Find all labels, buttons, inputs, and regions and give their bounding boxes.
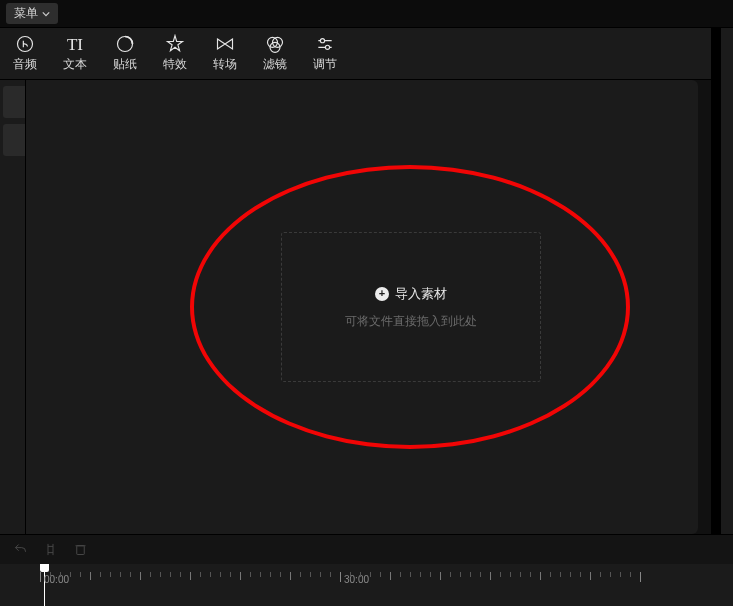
adjust-icon [315, 34, 335, 54]
svg-point-6 [325, 45, 329, 49]
transition-tab[interactable]: 转场 [200, 29, 250, 79]
text-icon: TI [65, 34, 85, 54]
media-type-toolbar: 音频 TI 文本 贴纸 特效 转场 滤镜 [0, 28, 733, 80]
menu-dropdown[interactable]: 菜单 [6, 3, 58, 24]
filter-tab[interactable]: 滤镜 [250, 29, 300, 79]
text-label: 文本 [63, 56, 87, 73]
undo-button[interactable] [12, 542, 28, 558]
player-panel-strip: 播 00: [711, 28, 733, 534]
topbar: 菜单 [0, 0, 733, 28]
import-main-row: + 导入素材 [375, 285, 447, 303]
effect-icon [165, 34, 185, 54]
audio-label: 音频 [13, 56, 37, 73]
adjust-label: 调节 [313, 56, 337, 73]
transition-label: 转场 [213, 56, 237, 73]
effect-tab[interactable]: 特效 [150, 29, 200, 79]
effect-label: 特效 [163, 56, 187, 73]
filter-label: 滤镜 [263, 56, 287, 73]
plus-icon: + [375, 287, 389, 301]
adjust-tab[interactable]: 调节 [300, 29, 350, 79]
sidebar-slot-1[interactable] [3, 86, 25, 118]
sticker-tab[interactable]: 贴纸 [100, 29, 150, 79]
media-panel: + 导入素材 可将文件直接拖入到此处 [26, 80, 698, 534]
audio-tab[interactable]: 音频 [0, 29, 50, 79]
svg-point-5 [320, 39, 324, 43]
sticker-label: 贴纸 [113, 56, 137, 73]
filter-icon [265, 34, 285, 54]
import-hint: 可将文件直接拖入到此处 [345, 313, 477, 330]
import-label: 导入素材 [395, 285, 447, 303]
ruler-label-0: 00:00 [44, 574, 69, 585]
transition-icon [215, 34, 235, 54]
import-dropzone[interactable]: + 导入素材 可将文件直接拖入到此处 [281, 232, 541, 382]
timeline-toolbar [0, 534, 733, 564]
sidebar [0, 80, 26, 534]
svg-rect-7 [76, 546, 84, 555]
sticker-icon [115, 34, 135, 54]
timeline-ruler[interactable]: 00:00 30:00 [0, 564, 733, 606]
ruler-ticks: 00:00 30:00 [40, 572, 733, 592]
audio-icon [15, 34, 35, 54]
menu-label: 菜单 [14, 5, 38, 22]
sidebar-slot-2[interactable] [3, 124, 25, 156]
ruler-label-1: 30:00 [344, 574, 369, 585]
text-tab[interactable]: TI 文本 [50, 29, 100, 79]
delete-button[interactable] [72, 542, 88, 558]
split-button[interactable] [42, 542, 58, 558]
chevron-down-icon [42, 10, 50, 18]
